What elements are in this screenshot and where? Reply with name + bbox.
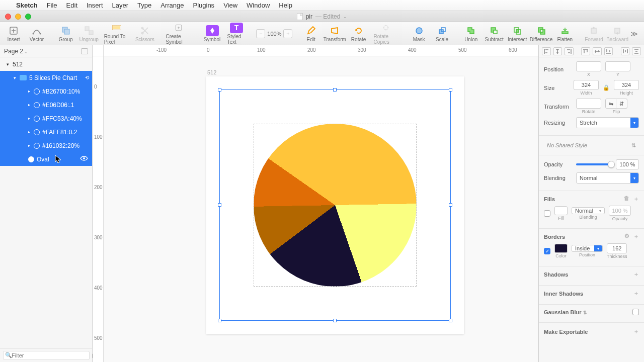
shadows-header: Shadows [544, 272, 568, 278]
minimize-icon[interactable] [15, 14, 21, 20]
make-exportable-row[interactable]: Make Exportable＋ [539, 323, 644, 340]
border-position-select[interactable]: Inside▾ [572, 245, 603, 252]
canvas[interactable]: -100 0 100 200 300 400 500 600 0 100 200… [93, 45, 538, 362]
scale-button[interactable]: Scale [432, 23, 453, 45]
group-button[interactable]: Group [55, 23, 76, 45]
page-grid-icon[interactable] [81, 48, 88, 54]
height-input[interactable]: 324 [614, 80, 639, 90]
styled-text-button[interactable]: TStyled Text [225, 23, 249, 45]
edit-button[interactable]: Edit [300, 23, 321, 45]
align-right-button[interactable] [565, 47, 574, 55]
menu-help[interactable]: Help [279, 2, 292, 9]
menu-layer[interactable]: Layer [112, 2, 129, 9]
ruler-vertical[interactable]: 0 100 200 300 400 500 [93, 56, 104, 362]
blending-select[interactable]: Normal▾ [576, 172, 639, 184]
align-bottom-button[interactable] [604, 47, 613, 55]
toolbar-overflow-icon[interactable]: ≫ [630, 30, 641, 38]
blur-enable-checkbox[interactable] [632, 309, 639, 315]
svg-rect-4 [64, 29, 69, 34]
fills-add-icon[interactable]: ＋ [633, 195, 639, 203]
fill-blend-select[interactable]: Normal▾ [572, 207, 605, 214]
artboard-label[interactable]: 512 [207, 69, 216, 75]
flip-h-button[interactable]: ⇋ [605, 99, 616, 109]
layer-slice-4[interactable]: ▸#161032:20% [0, 139, 92, 152]
menu-file[interactable]: File [47, 2, 57, 9]
border-thickness-input[interactable]: 162 [607, 243, 627, 253]
borders-add-icon[interactable]: ＋ [633, 233, 639, 240]
menu-view[interactable]: View [223, 2, 237, 9]
mask-button[interactable]: Mask [409, 23, 430, 45]
intersect-button[interactable]: Intersect [507, 23, 528, 45]
zoom-in-button[interactable]: + [283, 29, 292, 38]
forward-button[interactable]: Forward [583, 23, 604, 45]
layer-slice-3[interactable]: ▸#FAFF81:0.2 [0, 125, 92, 139]
fills-trash-icon[interactable]: 🗑 [624, 195, 629, 203]
union-button[interactable]: Union [460, 23, 481, 45]
rotate-copies-button[interactable]: Rotate Copies [371, 23, 400, 45]
ruler-horizontal[interactable]: -100 0 100 200 300 400 500 600 [104, 45, 538, 56]
create-symbol-button[interactable]: Create Symbol [163, 23, 193, 45]
borders-header: Borders [544, 234, 565, 240]
visibility-icon[interactable] [80, 155, 88, 163]
flatten-button[interactable]: Flatten [554, 23, 576, 45]
symbol-button[interactable]: Symbol [202, 23, 223, 45]
backward-button[interactable]: Backward [606, 23, 628, 45]
layer-group[interactable]: ▾5 Slices Pie Chart⟲ [0, 71, 92, 84]
filter-input[interactable] [3, 351, 90, 360]
distribute-h-button[interactable] [621, 47, 630, 55]
menu-type[interactable]: Type [137, 2, 151, 9]
align-hcenter-button[interactable] [553, 47, 562, 55]
flip-v-button[interactable]: ⇵ [616, 99, 627, 109]
shadows-add-icon[interactable]: ＋ [633, 270, 639, 278]
ungroup-button[interactable]: Ungroup [78, 23, 100, 45]
fill-enable-checkbox[interactable] [544, 210, 550, 217]
menu-plugins[interactable]: Plugins [193, 2, 214, 9]
shared-style-select[interactable]: No Shared Style⇅ [544, 140, 639, 151]
inner-shadows-add-icon[interactable]: ＋ [633, 290, 639, 297]
align-left-button[interactable] [542, 47, 551, 55]
zoom-icon[interactable] [25, 14, 31, 20]
layer-slice-1[interactable]: ▸#E06D06:.1 [0, 98, 92, 112]
menu-arrange[interactable]: Arrange [160, 2, 184, 9]
transform-button[interactable]: Transform [324, 23, 346, 45]
border-color-swatch[interactable] [554, 244, 568, 253]
window-title[interactable]: pir — Edited ⌄ [297, 13, 348, 20]
layer-oval[interactable]: Oval [0, 152, 92, 166]
menu-insert[interactable]: Insert [87, 2, 103, 9]
page-selector[interactable]: Page 2⌵ [0, 45, 92, 57]
scissors-button[interactable]: Scissors [134, 23, 155, 45]
rotate-input[interactable] [576, 99, 601, 109]
rotate-button[interactable]: Rotate [348, 23, 369, 45]
svg-rect-25 [562, 32, 568, 34]
layer-slice-2[interactable]: ▸#FFC53A:40% [0, 112, 92, 125]
zoom-control[interactable]: − 100% + [256, 29, 292, 38]
borders-gear-icon[interactable]: ⚙ [624, 233, 629, 240]
opacity-input[interactable]: 100 % [616, 159, 639, 169]
vector-button[interactable]: Vector [26, 23, 47, 45]
align-vcenter-button[interactable] [593, 47, 602, 55]
fill-opacity-input[interactable]: 100 % [609, 206, 631, 216]
subtract-button[interactable]: Subtract [484, 23, 505, 45]
macos-menubar: Sketch File Edit Insert Layer Type Arran… [0, 0, 644, 11]
menu-window[interactable]: Window [247, 2, 270, 9]
position-y-input[interactable] [605, 61, 630, 71]
resizing-select[interactable]: Stretch▾ [576, 117, 639, 128]
border-enable-checkbox[interactable]: ✓ [544, 248, 550, 254]
menu-app[interactable]: Sketch [16, 2, 38, 9]
lock-icon[interactable]: 🔒 [603, 84, 610, 91]
layer-slice-0[interactable]: ▸#B26700:10% [0, 84, 92, 98]
difference-button[interactable]: Difference [530, 23, 552, 45]
align-top-button[interactable] [581, 47, 590, 55]
layer-artboard[interactable]: ▾512 [0, 57, 92, 71]
insert-button[interactable]: Insert [3, 23, 24, 45]
width-input[interactable]: 324 [574, 80, 599, 90]
distribute-v-button[interactable] [632, 47, 641, 55]
position-x-input[interactable] [576, 61, 601, 71]
close-icon[interactable] [5, 14, 11, 20]
fill-color-swatch[interactable] [554, 206, 568, 215]
ruler-origin[interactable] [93, 45, 104, 56]
zoom-out-button[interactable]: − [256, 29, 265, 38]
menu-edit[interactable]: Edit [66, 2, 77, 9]
round-to-pixel-button[interactable]: Round To Pixel [102, 23, 132, 45]
opacity-slider[interactable] [576, 163, 612, 165]
